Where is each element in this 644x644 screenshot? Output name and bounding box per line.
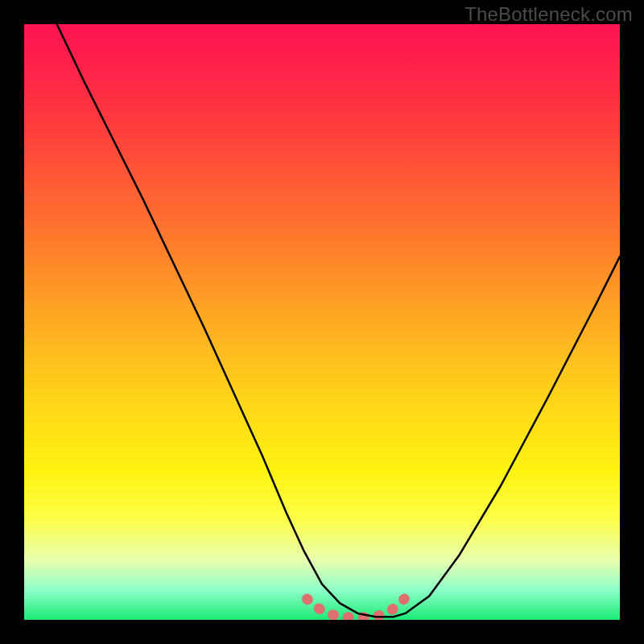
trough-marker: [308, 598, 406, 617]
chart-frame: TheBottleneck.com: [0, 0, 644, 644]
watermark-label: TheBottleneck.com: [464, 3, 633, 26]
main-curve: [57, 24, 620, 617]
plot-area: [24, 24, 620, 620]
curve-layer: [24, 24, 620, 620]
